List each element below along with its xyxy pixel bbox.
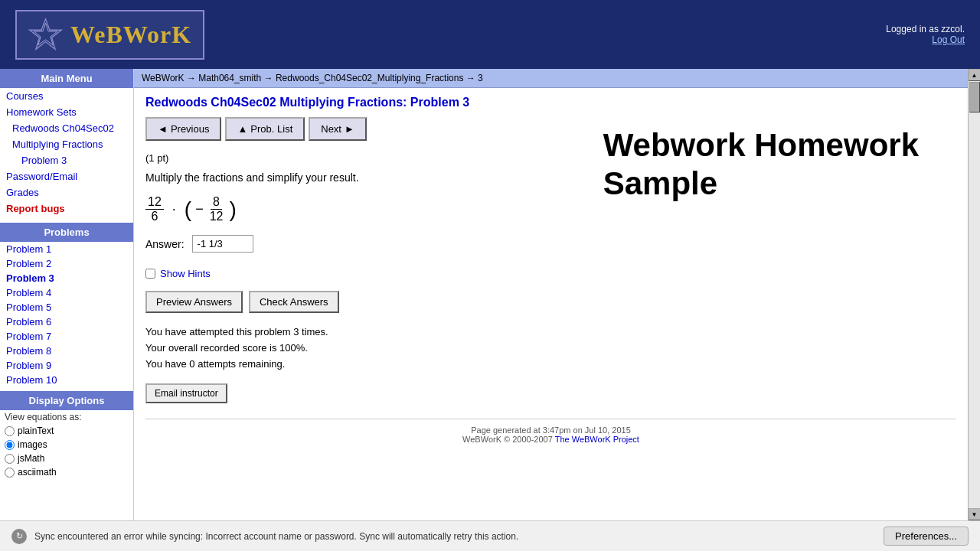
status-area: You have attempted this problem 3 times.… bbox=[145, 324, 956, 372]
logo-box: WeBWorK bbox=[15, 10, 204, 60]
sidebar-problem-6[interactable]: Problem 6 bbox=[0, 315, 133, 329]
sync-message: Sync encountered an error while syncing:… bbox=[34, 531, 876, 542]
footer-content: Page generated at 3:47pm on Jul 10, 2015… bbox=[145, 419, 956, 450]
radio-plain-text-input[interactable] bbox=[5, 426, 15, 436]
breadcrumb: WeBWorK → Math064_smith → Redwoods_Ch04S… bbox=[134, 69, 968, 88]
scroll-track[interactable] bbox=[969, 81, 980, 508]
scroll-down-btn[interactable]: ▼ bbox=[969, 508, 981, 520]
logout-link[interactable]: Log Out bbox=[932, 34, 965, 45]
display-options-header: Display Options bbox=[0, 391, 133, 410]
answer-area: Answer: bbox=[145, 235, 956, 253]
preferences-button[interactable]: Preferences... bbox=[884, 527, 969, 546]
app-header: WeBWorK Logged in as zzcol. Log Out bbox=[0, 0, 980, 69]
prev-arrow-icon: ◄ bbox=[158, 123, 168, 135]
next-arrow-icon: ► bbox=[345, 123, 354, 135]
footer-copyright-link[interactable]: The WeBWorK Project bbox=[555, 435, 639, 444]
show-hints-label[interactable]: Show Hints bbox=[160, 268, 211, 279]
radio-asciimath[interactable]: asciimath bbox=[0, 465, 133, 479]
paren-close: ) bbox=[229, 197, 236, 222]
prob-list-button[interactable]: ▲ Prob. List bbox=[225, 117, 305, 141]
radio-asciimath-input[interactable] bbox=[5, 468, 15, 478]
sidebar-item-courses[interactable]: Courses bbox=[0, 88, 133, 104]
sidebar-item-problem3[interactable]: Problem 3 bbox=[0, 152, 133, 168]
radio-jsmath[interactable]: jsMath bbox=[0, 452, 133, 465]
previous-button[interactable]: ◄ Previous bbox=[145, 117, 221, 141]
action-buttons: Preview Answers Check Answers bbox=[145, 291, 956, 313]
radio-images-label: images bbox=[18, 439, 47, 450]
problem-title: Redwoods Ch04Sec02 Multiplying Fractions… bbox=[145, 96, 956, 109]
scroll-up-btn[interactable]: ▲ bbox=[969, 69, 981, 81]
sidebar-item-redwoods[interactable]: Redwoods Ch04Sec02 bbox=[0, 120, 133, 136]
sidebar: Main Menu Courses Homework Sets Redwoods… bbox=[0, 69, 134, 520]
answer-input[interactable] bbox=[192, 235, 253, 253]
points-label: (1 pt) bbox=[145, 152, 956, 164]
sidebar-item-homework-sets[interactable]: Homework Sets bbox=[0, 104, 133, 120]
footer-copyright-text: WeBWorK © 2000-2007 bbox=[462, 435, 555, 444]
fraction-1-denominator: 6 bbox=[149, 210, 160, 223]
email-instructor-button[interactable]: Email instructor bbox=[145, 383, 227, 403]
scroll-thumb[interactable] bbox=[969, 82, 980, 112]
math-expression: 12 6 · ( − 8 12 ) bbox=[145, 195, 956, 223]
sidebar-problem-10[interactable]: Problem 10 bbox=[0, 373, 133, 387]
sidebar-problem-7[interactable]: Problem 7 bbox=[0, 329, 133, 344]
sidebar-problem-3[interactable]: Problem 3 bbox=[0, 271, 133, 285]
fraction-1-numerator: 12 bbox=[145, 195, 164, 210]
status-line-3: You have 0 attempts remaining. bbox=[145, 357, 956, 373]
main-menu-header: Main Menu bbox=[0, 69, 133, 88]
footer-copyright: WeBWorK © 2000-2007 The WeBWorK Project bbox=[152, 435, 950, 444]
radio-jsmath-label: jsMath bbox=[18, 453, 44, 464]
sidebar-item-password[interactable]: Password/Email bbox=[0, 168, 133, 184]
list-icon: ▲ bbox=[237, 123, 247, 135]
prob-list-label: Prob. List bbox=[250, 123, 292, 135]
view-equations-label: View equations as: bbox=[0, 410, 133, 424]
right-scrollbar: ▲ ▼ bbox=[968, 69, 980, 520]
radio-images-input[interactable] bbox=[5, 440, 15, 450]
logged-in-text: Logged in as zzcol. bbox=[886, 24, 965, 34]
sidebar-item-grades[interactable]: Grades bbox=[0, 184, 133, 201]
sidebar-problem-2[interactable]: Problem 2 bbox=[0, 256, 133, 271]
problems-header: Problems bbox=[0, 223, 133, 242]
sidebar-problem-4[interactable]: Problem 4 bbox=[0, 285, 133, 300]
multiply-dot: · bbox=[172, 201, 176, 217]
logo-area: WeBWorK bbox=[15, 10, 204, 60]
sidebar-item-report-bugs[interactable]: Report bugs bbox=[0, 201, 133, 217]
radio-plain-text[interactable]: plainText bbox=[0, 424, 133, 438]
previous-label: Previous bbox=[171, 123, 210, 135]
problem-text: Multiply the fractions and simplify your… bbox=[145, 171, 956, 184]
minus-sign: − bbox=[195, 201, 204, 217]
answer-label: Answer: bbox=[145, 238, 185, 250]
footer-generated: Page generated at 3:47pm on Jul 10, 2015 bbox=[152, 425, 950, 435]
preview-answers-button[interactable]: Preview Answers bbox=[145, 291, 243, 313]
fraction-2-numerator: 8 bbox=[211, 195, 222, 210]
fraction-1: 12 6 bbox=[145, 195, 164, 223]
next-button[interactable]: Next ► bbox=[309, 117, 367, 141]
sidebar-problem-1[interactable]: Problem 1 bbox=[0, 242, 133, 256]
check-answers-button[interactable]: Check Answers bbox=[249, 291, 339, 313]
nav-buttons: ◄ Previous ▲ Prob. List Next ► bbox=[145, 117, 956, 141]
show-hints-checkbox[interactable] bbox=[145, 269, 155, 279]
radio-plain-text-label: plainText bbox=[18, 425, 54, 436]
sync-icon: ↻ bbox=[11, 529, 27, 544]
radio-images[interactable]: images bbox=[0, 438, 133, 452]
logo-text: WeBWorK bbox=[70, 21, 191, 49]
main-content: WeBWorK → Math064_smith → Redwoods_Ch04S… bbox=[134, 69, 968, 520]
paren-open: ( bbox=[185, 197, 191, 222]
fraction-2-denominator: 12 bbox=[207, 210, 226, 223]
sidebar-problem-5[interactable]: Problem 5 bbox=[0, 300, 133, 315]
radio-jsmath-input[interactable] bbox=[5, 454, 15, 464]
radio-asciimath-label: asciimath bbox=[18, 467, 57, 478]
sync-bar: ↻ Sync encountered an error while syncin… bbox=[0, 520, 980, 551]
next-label: Next bbox=[321, 123, 341, 135]
status-line-1: You have attempted this problem 3 times. bbox=[145, 324, 956, 341]
logo-star-icon bbox=[28, 18, 63, 52]
sidebar-problem-9[interactable]: Problem 9 bbox=[0, 358, 133, 373]
fraction-2: 8 12 bbox=[207, 195, 226, 223]
sidebar-item-multiplying[interactable]: Multiplying Fractions bbox=[0, 136, 133, 152]
problem-content: Redwoods Ch04Sec02 Multiplying Fractions… bbox=[134, 88, 968, 458]
header-user-info: Logged in as zzcol. Log Out bbox=[886, 24, 965, 45]
hints-area: Show Hints bbox=[145, 268, 956, 279]
sidebar-problem-8[interactable]: Problem 8 bbox=[0, 344, 133, 358]
status-line-2: Your overall recorded score is 100%. bbox=[145, 341, 956, 357]
problem-links-list: Problem 1Problem 2Problem 3Problem 4Prob… bbox=[0, 242, 133, 387]
